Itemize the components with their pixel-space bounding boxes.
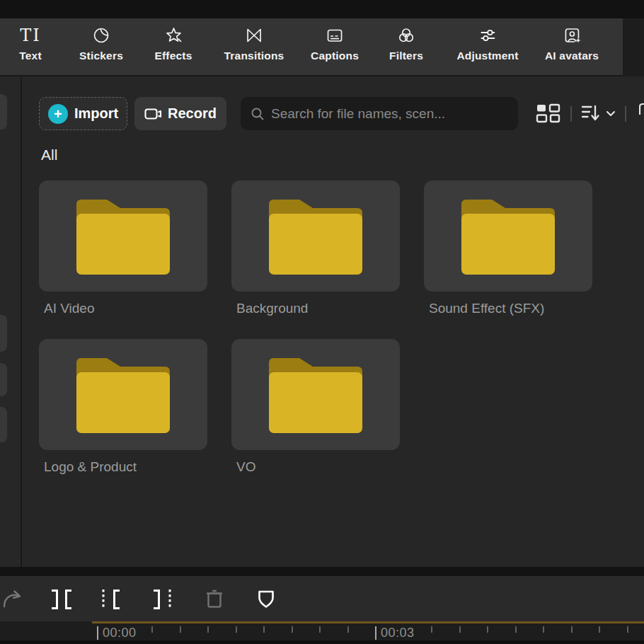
filters-icon	[397, 25, 415, 45]
stickers-icon	[92, 25, 110, 45]
tab-text[interactable]: TI Text	[19, 25, 42, 62]
section-title: All	[41, 146, 57, 163]
panel-divider	[21, 76, 22, 567]
chevron-down-icon[interactable]	[605, 108, 616, 118]
folder-name: AI Video	[44, 301, 207, 316]
tab-label: Adjustment	[456, 50, 518, 62]
redo-icon[interactable]	[1, 588, 24, 609]
ruler-tick	[292, 626, 293, 633]
delete-icon[interactable]	[204, 588, 225, 611]
tab-label: Transitions	[224, 50, 284, 62]
ruler-tick	[571, 626, 573, 633]
ruler-tick	[319, 626, 321, 633]
tab-label: Stickers	[79, 50, 123, 62]
ruler-tick	[459, 626, 461, 633]
folder-sound-effect[interactable]: Sound Effect (SFX)	[424, 180, 592, 316]
window-bottom-strip	[0, 640, 644, 644]
sort-icon[interactable]	[580, 103, 602, 124]
rail-item[interactable]	[0, 407, 7, 442]
folder-vo[interactable]: VO	[231, 339, 400, 475]
folder-name: VO	[236, 459, 400, 475]
folder-name: Logo & Product	[44, 459, 207, 475]
ruler-tick	[487, 626, 488, 633]
time-label: 00:00	[97, 626, 137, 640]
ruler-tick	[431, 626, 432, 633]
tab-ai-avatars[interactable]: AI avatars	[545, 25, 599, 62]
timeline-toolbar	[0, 576, 644, 621]
tab-label: Filters	[389, 50, 423, 62]
effects-icon	[164, 25, 183, 45]
split-icon[interactable]	[50, 588, 74, 611]
shield-icon[interactable]	[255, 588, 277, 611]
plus-icon: +	[48, 104, 68, 124]
ruler-tick	[347, 626, 349, 633]
split-delete-left-icon[interactable]	[100, 588, 122, 611]
tab-stickers[interactable]: Stickers	[79, 25, 123, 62]
tab-label: Effects	[154, 50, 192, 62]
toolbar-divider	[570, 106, 572, 122]
tab-adjustment[interactable]: Adjustment	[456, 25, 518, 62]
folder-card[interactable]	[39, 180, 207, 292]
search-box[interactable]	[241, 97, 518, 130]
folder-card[interactable]	[39, 339, 207, 450]
ruler-tick	[543, 626, 544, 633]
rail-item[interactable]	[0, 94, 7, 130]
time-label: 00:03	[375, 626, 415, 640]
search-icon	[251, 107, 265, 121]
folder-card[interactable]	[231, 180, 400, 292]
folder-name: Sound Effect (SFX)	[429, 301, 592, 316]
folder-icon	[74, 354, 173, 436]
app-window: TI Text Stickers Effects	[0, 0, 644, 644]
transitions-icon	[244, 25, 263, 45]
rail-item[interactable]	[0, 315, 7, 352]
import-button[interactable]: + Import	[39, 97, 127, 130]
grid-view-icon[interactable]	[536, 102, 560, 125]
time-marker	[375, 626, 376, 640]
ruler-tick	[599, 626, 600, 633]
import-label: Import	[74, 105, 118, 122]
captions-icon	[326, 25, 344, 45]
time-marker	[97, 626, 98, 640]
folder-logo-product[interactable]: Logo & Product	[39, 339, 207, 475]
text-icon: TI	[20, 25, 41, 45]
adjustment-icon	[478, 25, 497, 45]
ruler-tick	[151, 626, 153, 633]
track-accent-line	[92, 621, 644, 623]
tab-label: Text	[19, 50, 42, 62]
ruler-tick	[180, 626, 181, 633]
tab-effects[interactable]: Effects	[154, 25, 192, 62]
ruler-tick	[236, 626, 237, 633]
media-type-tabbar: TI Text Stickers Effects	[0, 18, 644, 76]
camera-icon	[144, 105, 162, 122]
folder-name: Background	[236, 301, 400, 316]
record-label: Record	[168, 105, 217, 122]
tab-filters[interactable]: Filters	[389, 25, 423, 62]
folder-icon	[74, 195, 173, 277]
rail-item[interactable]	[0, 363, 7, 396]
folder-icon	[266, 195, 365, 277]
search-input[interactable]	[271, 106, 508, 122]
ruler-tick	[515, 626, 517, 633]
panel-gap	[0, 567, 644, 576]
folder-ai-video[interactable]: AI Video	[39, 180, 207, 316]
ruler-tick	[627, 626, 628, 633]
toolbar-divider	[625, 106, 626, 122]
ruler-tick	[207, 626, 209, 633]
ruler-tick	[263, 626, 265, 633]
folder-card[interactable]	[231, 339, 400, 450]
tab-label: Captions	[311, 50, 359, 62]
folder-icon	[459, 195, 558, 277]
tab-label: AI avatars	[545, 50, 599, 62]
tabbar-edge-strip	[623, 18, 644, 76]
folder-card[interactable]	[424, 180, 592, 292]
folder-icon	[266, 354, 365, 436]
clipped-edge-icon[interactable]	[639, 103, 644, 118]
split-delete-right-icon[interactable]	[151, 588, 173, 611]
folder-background[interactable]: Background	[231, 180, 400, 316]
tab-transitions[interactable]: Transitions	[224, 25, 284, 62]
tab-captions[interactable]: Captions	[311, 25, 359, 62]
window-top-strip	[0, 0, 644, 18]
record-button[interactable]: Record	[134, 97, 226, 130]
ai-avatars-icon	[562, 25, 581, 45]
